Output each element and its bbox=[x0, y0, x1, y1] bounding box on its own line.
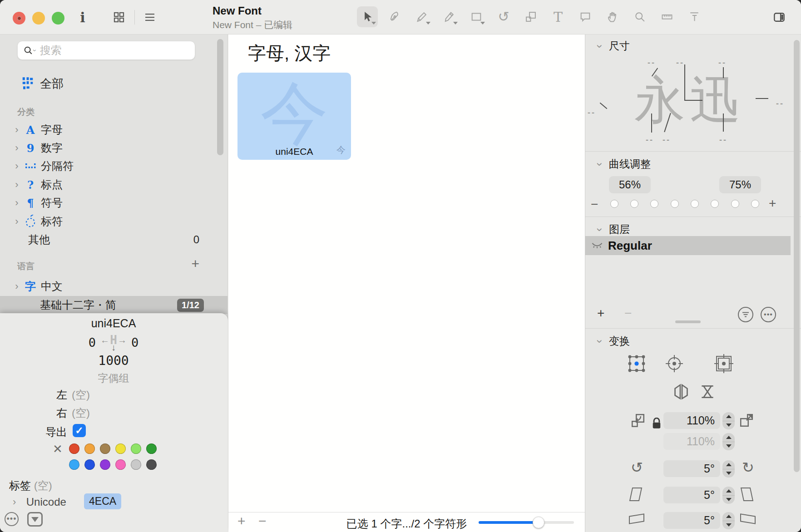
flip-horizontal-button[interactable] bbox=[672, 383, 690, 400]
flip-vertical-button[interactable] bbox=[699, 383, 716, 400]
sidebar-item-letter[interactable]: › A 字母 bbox=[0, 121, 227, 139]
skew-up-button[interactable] bbox=[740, 515, 756, 523]
scale-up-button[interactable] bbox=[738, 412, 755, 429]
sidebar-item-number[interactable]: › 9 数字 bbox=[0, 139, 227, 157]
curve-fit-left-button[interactable]: 56% bbox=[609, 176, 651, 193]
skew-field[interactable]: 5° bbox=[663, 512, 720, 529]
rotate-cw-button[interactable]: ↻ bbox=[742, 460, 754, 475]
add-language-button[interactable]: + bbox=[191, 256, 199, 271]
panel-resize-handle[interactable] bbox=[675, 320, 701, 323]
slant-left-button[interactable] bbox=[631, 488, 641, 501]
curve-fit-dot-4[interactable] bbox=[671, 200, 679, 208]
search-field[interactable]: › bbox=[17, 41, 195, 60]
clear-color-button[interactable]: ✕ bbox=[53, 442, 63, 456]
slant-stepper[interactable] bbox=[722, 487, 735, 504]
inspector-scrollbar[interactable] bbox=[794, 40, 800, 472]
toggle-inspector-icon[interactable] bbox=[769, 8, 789, 26]
right-sidebearing-field[interactable]: 0 bbox=[131, 335, 138, 350]
lock-proportions-icon[interactable] bbox=[651, 418, 662, 429]
layer-options-icon[interactable]: ••• bbox=[761, 307, 776, 322]
scale-tool[interactable] bbox=[520, 6, 541, 27]
rotate-tool[interactable]: ↺ bbox=[493, 6, 514, 27]
scale-x-stepper[interactable] bbox=[722, 412, 735, 429]
curve-fit-dot-2[interactable] bbox=[630, 200, 638, 208]
font-info-icon[interactable]: i bbox=[73, 8, 93, 26]
sidebar-scrollbar[interactable] bbox=[217, 39, 223, 155]
primitives-tool[interactable] bbox=[466, 6, 487, 27]
glyph-name-field[interactable]: uni4ECA bbox=[0, 317, 227, 330]
tags-value[interactable]: (空) bbox=[34, 479, 52, 492]
curve-fit-dot-1[interactable] bbox=[610, 200, 618, 208]
curve-fit-plus-button[interactable]: + bbox=[769, 196, 776, 211]
add-layer-button[interactable]: + bbox=[597, 306, 604, 320]
rotate-ccw-button[interactable]: ↺ bbox=[631, 460, 643, 475]
curve-fit-section-header[interactable]: › 曲线调整 bbox=[598, 157, 651, 171]
color-swatch-orange[interactable] bbox=[84, 443, 95, 454]
metrics-tool[interactable] bbox=[684, 6, 705, 27]
scale-y-field[interactable]: 110% bbox=[663, 433, 720, 450]
layers-section-header[interactable]: › 图层 bbox=[598, 222, 630, 236]
draw-tool[interactable] bbox=[384, 6, 405, 27]
color-swatch-brown[interactable] bbox=[100, 443, 110, 454]
grid-view-icon[interactable] bbox=[109, 8, 129, 26]
color-swatch-green[interactable] bbox=[146, 443, 157, 454]
scale-y-stepper[interactable] bbox=[722, 433, 735, 450]
rotate-field[interactable]: 5° bbox=[663, 460, 720, 477]
hand-tool[interactable] bbox=[602, 6, 623, 27]
curve-fit-right-button[interactable]: 75% bbox=[719, 176, 761, 193]
pen-tool[interactable] bbox=[439, 6, 460, 27]
skew-stepper[interactable] bbox=[722, 512, 735, 529]
scale-down-button[interactable] bbox=[630, 412, 646, 429]
curve-fit-dot-6[interactable] bbox=[711, 200, 719, 208]
color-swatch-purple[interactable] bbox=[100, 459, 110, 470]
color-swatch-blue[interactable] bbox=[84, 459, 95, 470]
minimize-button[interactable] bbox=[32, 12, 45, 25]
origin-crosshair-button[interactable] bbox=[664, 353, 685, 374]
chevron-right-icon[interactable]: › bbox=[13, 497, 16, 507]
sidebar-item-mark[interactable]: › 标符 bbox=[0, 212, 227, 231]
scale-x-field[interactable]: 110% bbox=[663, 412, 720, 429]
layer-row-regular[interactable]: Regular bbox=[585, 236, 791, 255]
glyph-cell-uni4ECA[interactable]: 今 uni4ECA 今 bbox=[237, 73, 351, 160]
sidebar-item-other[interactable]: 其他 0 bbox=[0, 231, 227, 249]
color-swatch-pink[interactable] bbox=[115, 459, 126, 470]
sidebar-item-punctuation[interactable]: › ? 标点 bbox=[0, 176, 227, 194]
color-swatch-red[interactable] bbox=[69, 443, 79, 454]
color-swatch-lightgray[interactable] bbox=[131, 459, 141, 470]
curve-fit-minus-button[interactable]: − bbox=[591, 197, 598, 212]
sidebar-item-basic-twelve[interactable]: 基础十二字・简 1/12 bbox=[0, 296, 227, 314]
pencil-tool[interactable] bbox=[411, 6, 432, 27]
select-tool[interactable] bbox=[357, 6, 378, 27]
sidebar-item-symbol[interactable]: › ¶ 符号 bbox=[0, 194, 227, 212]
list-view-icon[interactable] bbox=[140, 8, 160, 26]
left-group-value[interactable]: (空) bbox=[72, 388, 90, 402]
curve-fit-dot-7[interactable] bbox=[731, 200, 739, 208]
close-button[interactable] bbox=[13, 12, 25, 25]
sidebar-item-chinese[interactable]: › 字 中文 bbox=[0, 277, 227, 296]
curve-fit-dot-3[interactable] bbox=[650, 200, 658, 208]
search-input[interactable] bbox=[39, 44, 189, 57]
zoom-tool[interactable] bbox=[629, 6, 650, 27]
text-tool[interactable]: T bbox=[548, 6, 569, 27]
dimensions-section-header[interactable]: › 尺寸 bbox=[598, 39, 630, 53]
filter-layers-icon[interactable] bbox=[738, 307, 753, 322]
more-options-icon[interactable]: ••• bbox=[5, 512, 19, 526]
slant-field[interactable]: 5° bbox=[663, 487, 720, 503]
export-checkbox[interactable]: ✓ bbox=[73, 424, 86, 437]
color-swatch-lightgreen[interactable] bbox=[131, 443, 141, 454]
measurement-tool[interactable] bbox=[657, 6, 677, 27]
origin-bounding-box-button[interactable] bbox=[626, 353, 647, 374]
rotate-stepper[interactable] bbox=[722, 460, 735, 478]
color-swatch-cyan[interactable] bbox=[69, 459, 79, 470]
zoom-button[interactable] bbox=[52, 12, 64, 25]
curve-fit-dot-8[interactable] bbox=[751, 200, 759, 208]
unicode-value-chip[interactable]: 4ECA bbox=[84, 493, 121, 509]
left-sidebearing-field[interactable]: 0 bbox=[89, 335, 96, 350]
curve-fit-dot-5[interactable] bbox=[691, 200, 699, 208]
origin-metrics-box-button[interactable] bbox=[713, 353, 734, 374]
color-swatch-yellow[interactable] bbox=[115, 443, 126, 454]
sidebar-item-separator[interactable]: › 分隔符 bbox=[0, 157, 227, 175]
cell-size-slider[interactable] bbox=[479, 521, 574, 524]
skew-down-button[interactable] bbox=[629, 515, 644, 523]
slant-right-button[interactable] bbox=[742, 488, 752, 501]
